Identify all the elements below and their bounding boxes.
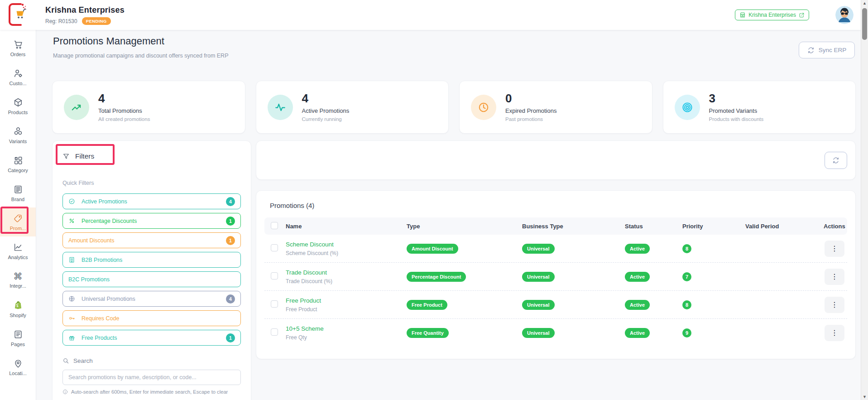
stat-sublabel: Currently running xyxy=(302,116,350,122)
row-checkbox[interactable] xyxy=(271,300,278,308)
filter-b2c-promotions[interactable]: B2C Promotions xyxy=(62,271,241,287)
business-type-badge: Universal xyxy=(522,328,555,338)
stat-label: Active Promotions xyxy=(302,107,350,114)
line-chart-icon xyxy=(13,242,23,252)
filter-label: B2B Promotions xyxy=(82,257,235,263)
user-avatar[interactable] xyxy=(835,6,854,24)
stats-row: 4 Total Promotions All created promotion… xyxy=(52,81,856,134)
sidebar-item-brand[interactable]: Brand xyxy=(0,178,36,207)
check-circle-icon xyxy=(68,198,75,205)
promotion-name-link[interactable]: Trade Discount xyxy=(286,269,407,276)
sync-erp-label: Sync ERP xyxy=(819,47,847,53)
page-title: Promotions Management xyxy=(53,35,164,47)
sync-erp-button[interactable]: Sync ERP xyxy=(799,42,855,58)
stat-card-expired-promotions: 0 Expired Promotions Past promotions xyxy=(459,81,652,134)
category-grid-icon xyxy=(13,155,23,165)
filters-title: Filters xyxy=(75,152,94,160)
search-hint: Auto-search after 600ms, Enter for immed… xyxy=(62,389,241,395)
filter-requires-code[interactable]: Requires Code xyxy=(62,310,241,326)
external-link-icon xyxy=(799,12,805,18)
stat-card-promoted-variants: 3 Promoted Variants Products with discou… xyxy=(663,81,856,134)
row-checkbox[interactable] xyxy=(271,328,278,336)
sidebar-nav: Orders Custo... Products Variants Catego… xyxy=(0,30,36,400)
status-badge: Active xyxy=(625,244,650,254)
app-header: Krishna Enterprises Reg: R01530 PENDING … xyxy=(0,0,861,30)
filter-label: Free Products xyxy=(82,335,220,341)
row-actions-menu-button[interactable]: ⋮ xyxy=(825,325,844,341)
stat-sublabel: Past promotions xyxy=(505,116,556,122)
stat-label: Expired Promotions xyxy=(505,107,556,114)
page-scrollbar[interactable]: ▲ ▼ xyxy=(861,0,868,400)
column-header-actions: Actions xyxy=(824,223,848,230)
sidebar-item-integrations[interactable]: ⌘ Integr... xyxy=(0,265,36,294)
shopify-icon xyxy=(13,300,23,310)
column-header-valid-period: Valid Period xyxy=(745,223,824,230)
sidebar-item-variants[interactable]: Variants xyxy=(0,120,36,149)
stat-value: 4 xyxy=(98,92,150,104)
stat-value: 0 xyxy=(505,92,556,104)
sidebar-item-orders[interactable]: Orders xyxy=(0,34,36,63)
refresh-list-button[interactable] xyxy=(825,152,847,169)
filter-count-badge: 1 xyxy=(226,236,235,245)
column-header-name: Name xyxy=(286,223,407,230)
column-header-priority: Priority xyxy=(682,223,745,230)
table-title: Promotions (4) xyxy=(270,202,847,209)
filter-b2b-promotions[interactable]: B2B Promotions xyxy=(62,252,241,268)
filter-active-promotions[interactable]: Active Promotions 4 xyxy=(62,193,241,209)
row-checkbox[interactable] xyxy=(271,244,278,251)
page-scroll-up-arrow[interactable]: ▲ xyxy=(863,1,867,5)
sidebar-item-shopify[interactable]: Shopify xyxy=(0,294,36,323)
filter-label: Universal Promotions xyxy=(82,296,220,302)
header-titles: Krishna Enterprises Reg: R01530 PENDING xyxy=(45,5,125,25)
promotion-name-link[interactable]: Free Product xyxy=(286,297,407,304)
type-badge: Amount Discount xyxy=(407,244,458,254)
sidebar-item-products[interactable]: Products xyxy=(0,92,36,120)
sidebar-item-category[interactable]: Category xyxy=(0,149,36,178)
priority-badge: 8 xyxy=(682,244,691,253)
store-link-button[interactable]: Krishna Enterprises xyxy=(735,10,809,20)
sidebar-item-locations[interactable]: Locati... xyxy=(0,352,36,381)
table-row: Trade Discount Trade Discount (%) Percen… xyxy=(264,263,847,291)
sidebar-item-analytics[interactable]: Analytics xyxy=(0,236,36,265)
business-type-badge: Universal xyxy=(522,300,555,310)
search-hint-text: Auto-search after 600ms, Enter for immed… xyxy=(71,389,228,395)
filter-count-badge: 1 xyxy=(226,217,235,226)
gift-icon xyxy=(68,334,75,341)
promotions-management-app: Krishna Enterprises Reg: R01530 PENDING … xyxy=(0,0,868,400)
sidebar-item-pages[interactable]: Pages xyxy=(0,323,36,352)
promotion-subtitle: Free Qty xyxy=(286,334,407,341)
company-name: Krishna Enterprises xyxy=(45,5,125,15)
promotion-name-link[interactable]: Scheme Discount xyxy=(286,241,407,248)
select-all-checkbox[interactable] xyxy=(271,222,278,229)
page-subtitle: Manage promotional campaigns and discoun… xyxy=(53,53,228,59)
row-checkbox[interactable] xyxy=(271,272,278,280)
page-scroll-down-arrow[interactable]: ▼ xyxy=(863,395,867,399)
page-scrollbar-thumb[interactable] xyxy=(862,8,867,40)
priority-badge: 8 xyxy=(682,300,691,309)
trending-up-icon xyxy=(64,95,89,120)
sidebar-item-promotions[interactable]: Prom... xyxy=(0,207,36,236)
sidebar-item-label: Brand xyxy=(11,197,24,202)
building-icon xyxy=(68,256,75,263)
sidebar-item-label: Pages xyxy=(11,342,25,347)
table-row: 10+5 Scheme Free Qty Free Quantity Unive… xyxy=(264,319,847,347)
row-actions-menu-button[interactable]: ⋮ xyxy=(825,297,844,313)
promotion-name-link[interactable]: 10+5 Scheme xyxy=(286,325,407,332)
filter-free-products[interactable]: Free Products 1 xyxy=(62,330,241,346)
stat-value: 4 xyxy=(302,92,350,104)
search-input[interactable] xyxy=(62,370,241,385)
sidebar-item-customers[interactable]: Custo... xyxy=(0,63,36,92)
row-actions-menu-button[interactable]: ⋮ xyxy=(825,241,844,257)
sidebar-item-label: Orders xyxy=(10,52,26,57)
row-actions-menu-button[interactable]: ⋮ xyxy=(825,269,844,285)
filter-amount-discounts[interactable]: Amount Discounts 1 xyxy=(62,232,241,248)
filter-universal-promotions[interactable]: Universal Promotions 4 xyxy=(62,291,241,307)
filters-panel: Filters Quick Filters Active Promotions … xyxy=(52,140,251,400)
search-label-text: Search xyxy=(73,357,93,364)
info-icon xyxy=(62,389,68,395)
filter-percentage-discounts[interactable]: Percentage Discounts 1 xyxy=(62,213,241,229)
sidebar-item-label: Locati... xyxy=(9,371,27,376)
stat-label: Promoted Variants xyxy=(709,107,764,114)
storefront-icon xyxy=(739,12,746,18)
table-row: Scheme Discount Scheme Discount (%) Amou… xyxy=(264,235,847,263)
